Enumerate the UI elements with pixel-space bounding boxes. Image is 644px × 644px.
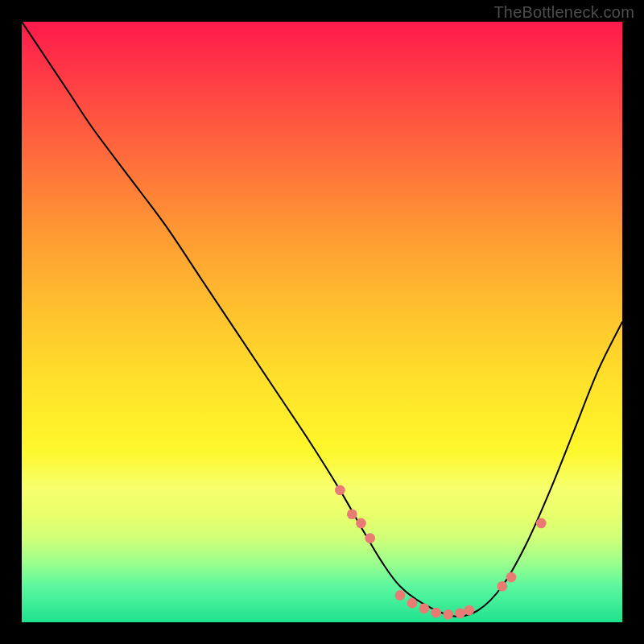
marker-dot bbox=[356, 518, 366, 529]
marker-dot bbox=[506, 572, 517, 583]
marker-dot bbox=[347, 509, 357, 519]
marker-dot bbox=[407, 598, 418, 609]
marker-dot bbox=[419, 604, 429, 614]
marker-dot bbox=[365, 533, 375, 543]
marker-dot bbox=[335, 485, 345, 496]
plot-area bbox=[22, 22, 622, 622]
bottleneck-curve-line bbox=[22, 22, 622, 617]
curve-svg bbox=[22, 22, 622, 622]
curve-markers bbox=[335, 485, 547, 620]
marker-dot bbox=[455, 608, 465, 618]
marker-dot bbox=[536, 518, 547, 529]
chart-stage: TheBottleneck.com bbox=[0, 0, 644, 644]
marker-dot bbox=[431, 608, 441, 618]
marker-dot bbox=[443, 609, 453, 620]
watermark-text: TheBottleneck.com bbox=[493, 3, 634, 22]
marker-dot bbox=[464, 605, 474, 616]
marker-dot bbox=[395, 590, 406, 601]
marker-dot bbox=[497, 581, 507, 592]
